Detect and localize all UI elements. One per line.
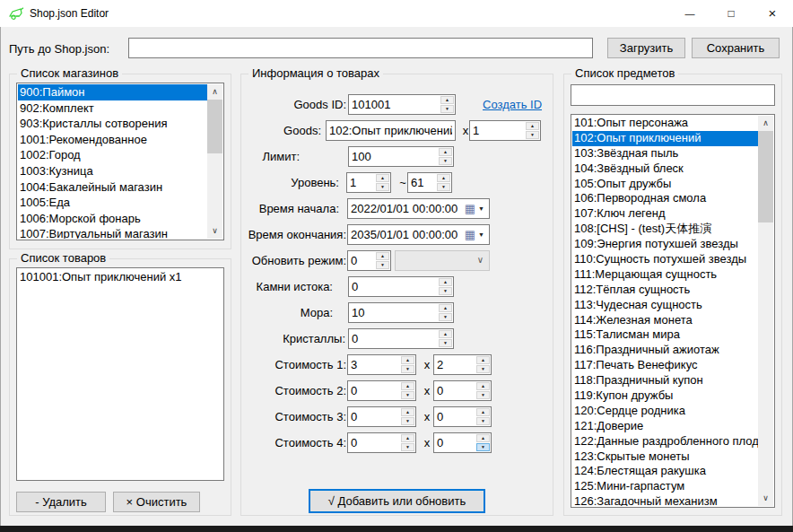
- items-listbox[interactable]: 101:Опыт персонажа102:Опыт приключений10…: [571, 114, 775, 508]
- spinner-up-icon[interactable]: ▲: [476, 434, 490, 442]
- maximize-icon[interactable]: □: [710, 0, 752, 27]
- items-scrollbar[interactable]: ∧ ∨: [758, 116, 773, 506]
- cost3-item-spinner[interactable]: 0 ▲▼: [347, 406, 416, 427]
- list-item[interactable]: 903:Кристаллы сотворения: [18, 116, 207, 132]
- minimize-icon[interactable]: —: [669, 0, 710, 27]
- mora-spinner[interactable]: 10 ▲▼: [348, 302, 454, 323]
- goods-id-spinner[interactable]: 101001 ▲▼: [348, 94, 456, 115]
- list-item[interactable]: 125:Мини-гарпастум: [572, 479, 758, 494]
- shops-listbox[interactable]: 900:Паймон902:Комплект903:Кристаллы сотв…: [16, 83, 224, 240]
- goods-input[interactable]: [326, 120, 456, 141]
- dropdown-arrow-icon[interactable]: ▼: [478, 231, 484, 238]
- clear-button[interactable]: × Очистить: [113, 492, 200, 512]
- list-item[interactable]: 104:Звёздный блеск: [572, 161, 758, 177]
- save-button[interactable]: Сохранить: [692, 38, 780, 58]
- shops-scrollbar[interactable]: ∧ ∨: [207, 84, 222, 239]
- spinner-value[interactable]: 2: [434, 355, 475, 374]
- list-item[interactable]: 1005:Еда: [18, 195, 207, 211]
- close-icon[interactable]: ×: [752, 0, 793, 27]
- spinner-value[interactable]: 61: [408, 173, 436, 192]
- list-item[interactable]: 124:Блестящая ракушка: [572, 464, 758, 479]
- scroll-up-icon[interactable]: ∧: [207, 84, 222, 100]
- spinner-down-icon[interactable]: ▼: [439, 157, 452, 165]
- scroll-down-icon[interactable]: ∨: [207, 223, 222, 239]
- list-item[interactable]: 115:Талисман мира: [572, 327, 758, 343]
- spinner-down-icon[interactable]: ▼: [476, 365, 490, 373]
- cost2-count-spinner[interactable]: 0 ▲▼: [433, 380, 492, 401]
- goods-count-spinner[interactable]: 1 ▲▼: [469, 120, 541, 141]
- list-item[interactable]: 101:Опыт персонажа: [572, 116, 758, 131]
- spinner-value[interactable]: 0: [348, 251, 375, 270]
- list-item[interactable]: 103:Звёздная пыль: [572, 146, 758, 161]
- scrollbar-thumb[interactable]: [207, 100, 222, 153]
- spinner-value[interactable]: 10: [349, 303, 438, 322]
- primogem-spinner[interactable]: 0 ▲▼: [348, 276, 454, 297]
- cost4-count-spinner[interactable]: 0 ▲▼: [433, 432, 492, 453]
- list-item[interactable]: 117:Печать Венефикус: [572, 358, 758, 373]
- spinner-up-icon[interactable]: ▲: [476, 382, 490, 390]
- cost1-item-spinner[interactable]: 3 ▲▼: [347, 354, 416, 375]
- scroll-down-icon[interactable]: ∨: [758, 491, 773, 506]
- list-item[interactable]: 114:Железная монета: [572, 313, 758, 328]
- list-item[interactable]: 902:Комплект: [18, 100, 207, 117]
- list-item[interactable]: 106:Первородная смола: [572, 191, 758, 206]
- dropdown-arrow-icon[interactable]: ▼: [478, 205, 484, 212]
- cost4-item-spinner[interactable]: 0 ▲▼: [347, 432, 416, 453]
- spinner-down-icon[interactable]: ▼: [476, 391, 490, 399]
- cost3-count-spinner[interactable]: 0 ▲▼: [433, 406, 492, 427]
- list-item[interactable]: 108:[CHS] - (test)天体推演: [572, 222, 758, 237]
- level-max-spinner[interactable]: 61 ▲▼: [407, 172, 452, 193]
- spinner-up-icon[interactable]: ▲: [526, 122, 539, 130]
- list-item[interactable]: 122:Данные раздробленного плода: [572, 434, 758, 449]
- delete-button[interactable]: - Удалить: [16, 492, 106, 512]
- cost1-count-spinner[interactable]: 2 ▲▼: [433, 354, 492, 375]
- spinner-up-icon[interactable]: ▲: [401, 434, 414, 442]
- path-input[interactable]: [128, 38, 593, 58]
- spinner-down-icon[interactable]: ▼: [376, 183, 389, 191]
- spinner-up-icon[interactable]: ▲: [476, 356, 490, 364]
- spinner-down-icon[interactable]: ▼: [437, 183, 450, 191]
- spinner-up-icon[interactable]: ▲: [476, 408, 490, 416]
- list-item[interactable]: 110:Сущность потухшей звезды: [572, 252, 758, 267]
- list-item[interactable]: 118:Праздничный купон: [572, 373, 758, 388]
- list-item[interactable]: 1007:Виртуальный магазин: [18, 226, 207, 239]
- begin-time-picker[interactable]: 2022/01/01 00:00:00 ▦ ▼: [347, 198, 490, 219]
- scrollbar-thumb[interactable]: [758, 131, 773, 222]
- list-item[interactable]: 1004:Бакалейный магазин: [18, 179, 207, 196]
- spinner-value[interactable]: 1: [347, 173, 375, 192]
- list-item[interactable]: 116:Праздничный ажиотаж: [572, 343, 758, 358]
- load-button[interactable]: Загрузить: [607, 38, 685, 58]
- create-id-link[interactable]: Создать ID: [483, 94, 542, 115]
- list-item[interactable]: 105:Опыт дружбы: [572, 177, 758, 192]
- end-time-picker[interactable]: 2035/01/01 00:00:00 ▦ ▼: [347, 224, 490, 245]
- add-or-update-button[interactable]: √ Добавить или обновить: [309, 489, 485, 513]
- spinner-value[interactable]: 0: [434, 433, 475, 452]
- spinner-down-icon[interactable]: ▼: [401, 443, 414, 451]
- spinner-down-icon[interactable]: ▼: [439, 313, 452, 321]
- list-item[interactable]: 109:Энергия потухшей звезды: [572, 237, 758, 252]
- spinner-down-icon[interactable]: ▼: [439, 287, 452, 295]
- spinner-up-icon[interactable]: ▲: [376, 174, 389, 182]
- spinner-value[interactable]: 101001: [349, 95, 440, 114]
- list-item[interactable]: 120:Сердце родника: [572, 404, 758, 419]
- spinner-value[interactable]: 0: [434, 381, 475, 400]
- list-item[interactable]: 123:Скрытые монеты: [572, 449, 758, 465]
- list-item[interactable]: 126:Загадочный механизм: [572, 494, 758, 506]
- spinner-up-icon[interactable]: ▲: [439, 330, 452, 338]
- item-search-input[interactable]: [571, 84, 775, 106]
- datetime-value[interactable]: 2022/01/01 00:00:00: [348, 202, 465, 215]
- goods-listbox[interactable]: 101001:Опыт приключений x1: [16, 267, 224, 481]
- spinner-value[interactable]: 3: [348, 355, 400, 374]
- list-item[interactable]: 111:Мерцающая сущность: [572, 267, 758, 283]
- list-item[interactable]: 112:Тёплая сущность: [572, 283, 758, 298]
- list-item[interactable]: 1001:Рекомендованное: [18, 132, 207, 148]
- limit-spinner[interactable]: 100 ▲▼: [348, 146, 454, 167]
- crystal-spinner[interactable]: 0 ▲▼: [348, 328, 454, 349]
- spinner-down-icon[interactable]: ▼: [401, 417, 414, 425]
- spinner-value[interactable]: 0: [434, 407, 475, 426]
- list-item[interactable]: 119:Купон дружбы: [572, 388, 758, 404]
- list-item[interactable]: 121:Доверие: [572, 419, 758, 434]
- spinner-up-icon[interactable]: ▲: [437, 174, 450, 182]
- spinner-up-icon[interactable]: ▲: [439, 304, 452, 312]
- spinner-down-icon[interactable]: ▼: [376, 261, 389, 269]
